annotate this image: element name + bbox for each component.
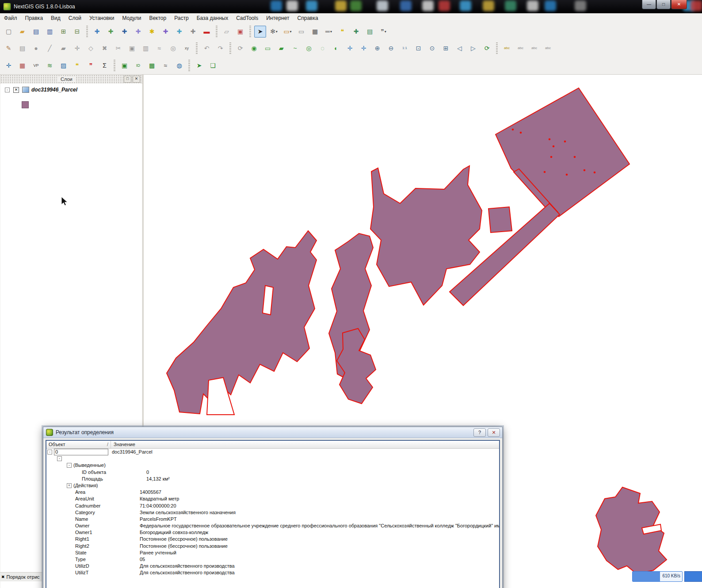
add-raster-layer-button[interactable]: ✚ xyxy=(105,26,117,38)
deselect-features-button[interactable]: ▭ xyxy=(295,26,307,38)
new-bookmark-button[interactable]: ✚ xyxy=(350,26,362,38)
db-manager-button[interactable]: ◍ xyxy=(173,60,185,72)
identify-row[interactable]: UtilizDДля сельскохозяйственного произво… xyxy=(46,563,499,569)
identify-row[interactable]: Right1Постоянное (бессрочное) пользовани… xyxy=(46,536,499,542)
capture-line-button[interactable]: ╱ xyxy=(44,42,56,54)
zoom-last-button[interactable]: ◁ xyxy=(454,42,465,54)
map-tip-red-button[interactable]: ❞ xyxy=(85,60,97,72)
open-attribute-table-button[interactable]: ▦ xyxy=(309,26,321,38)
select-single-button[interactable]: ◉ xyxy=(248,42,260,54)
identify-row[interactable]: UtilizTДля сельскохозяйственного произво… xyxy=(46,569,499,576)
composer-manager-button[interactable]: ⊟ xyxy=(71,26,83,38)
zoom-to-selection-button[interactable]: ⊙ xyxy=(426,42,438,54)
simplify-feature-button[interactable]: ≈ xyxy=(153,42,165,54)
menu-модули[interactable]: Модули xyxy=(118,14,145,23)
toolbar-grip[interactable] xyxy=(188,60,190,71)
identify-row[interactable]: - xyxy=(46,455,499,462)
identify-row[interactable]: -(Выведенные) xyxy=(46,462,499,469)
identify-row[interactable]: +(Действия) xyxy=(46,482,499,489)
interpolation-button[interactable]: ≋ xyxy=(44,60,56,72)
save-edits-button[interactable]: ▤ xyxy=(16,42,28,54)
zoom-in-button[interactable]: ⊕ xyxy=(371,42,383,54)
identify-row[interactable]: -0doc319946_Parcel xyxy=(46,449,499,455)
layer-item[interactable]: - ✕ doc319946_Parcel xyxy=(0,84,142,94)
zoom-full-button[interactable]: ⊡ xyxy=(412,42,424,54)
parcel-north-east[interactable] xyxy=(496,88,630,217)
coordinate-capture-button[interactable]: ✛ xyxy=(3,60,15,72)
select-features-button[interactable]: ▭▾ xyxy=(282,26,294,38)
toolbar-grip[interactable] xyxy=(196,42,198,54)
column-header-object[interactable]: Объект / xyxy=(46,441,111,448)
pan-map-button[interactable]: ✛ xyxy=(344,42,356,54)
draw-order-panel-header[interactable]: ✖ Порядок отрис xyxy=(0,572,42,581)
identify-row[interactable]: OwnerФедеральное государственное образов… xyxy=(46,523,499,529)
toolbar-grip[interactable] xyxy=(114,60,115,71)
zoom-next-button[interactable]: ▷ xyxy=(467,42,479,54)
help-button[interactable]: ? xyxy=(473,428,486,437)
add-postgis-layer-button[interactable]: ✚ xyxy=(118,26,130,38)
delete-selected-button[interactable]: ✖ xyxy=(99,42,111,54)
node-tool-button[interactable]: ◇ xyxy=(85,42,97,54)
raster-terrain-button[interactable]: ▨ xyxy=(57,60,69,72)
window-titlebar[interactable]: NextGIS GIS 1.8.0-Lisboa —□✕ xyxy=(0,0,702,13)
deselect-all-button[interactable]: ◌ xyxy=(317,42,328,54)
pan-to-selection-button[interactable]: ✛ xyxy=(358,42,370,54)
toggle-editing-button[interactable]: ✎ xyxy=(3,42,15,54)
vp-tool-button[interactable]: VP xyxy=(30,60,42,72)
dropdown-arrow-icon[interactable]: ▾ xyxy=(290,30,292,34)
identify-row[interactable]: Area14005567 xyxy=(46,489,499,496)
close-button[interactable]: ✕ xyxy=(488,428,500,437)
menu-правка[interactable]: Правка xyxy=(21,14,47,23)
remove-layer-button[interactable]: ▬ xyxy=(201,26,213,38)
save-project-as-button[interactable]: ▥ xyxy=(44,26,56,38)
identify-row[interactable]: CategoryЗемли сельскохозяйственного назн… xyxy=(46,509,499,516)
xy-tool-button[interactable]: xy xyxy=(181,42,193,54)
menu-база-данных[interactable]: База данных xyxy=(193,14,232,23)
move-feature-button[interactable]: ✛ xyxy=(71,42,83,54)
text-annotation-button[interactable]: ❞▾ xyxy=(378,26,389,38)
identify-dialog-titlebar[interactable]: Результат определения ? ✕ xyxy=(43,427,502,438)
delete-ring-button[interactable]: ◎ xyxy=(167,42,179,54)
dropdown-arrow-icon[interactable]: ▾ xyxy=(330,30,332,34)
layer-name[interactable]: doc319946_Parcel xyxy=(31,87,77,93)
qtiles-button[interactable]: ➤ xyxy=(193,60,205,72)
tree-expander-icon[interactable]: - xyxy=(57,456,62,461)
cut-features-button[interactable]: ✂ xyxy=(112,42,124,54)
raster-preview-button[interactable]: ▩ xyxy=(146,60,158,72)
add-wfs-layer-button[interactable]: ✚ xyxy=(173,26,185,38)
select-radius-button[interactable]: ◎ xyxy=(303,42,315,54)
identify-row[interactable]: Cadnumber71:04:000000:20 xyxy=(46,503,499,509)
add-delimited-text-button[interactable]: ✚ xyxy=(187,26,199,38)
measure-button[interactable]: ═▾ xyxy=(323,26,335,38)
paste-features-button[interactable]: ▥ xyxy=(140,42,152,54)
select-polygon-button[interactable]: ▰ xyxy=(275,42,287,54)
nextgis-connect-button[interactable]: ▣ xyxy=(118,60,130,72)
identify-row[interactable]: Type05 xyxy=(46,556,499,563)
panel-float-button[interactable]: □ xyxy=(124,76,131,83)
label-pinned-button[interactable]: abc xyxy=(542,42,554,54)
new-shapefile-layer-button[interactable]: ✱ xyxy=(146,26,158,38)
select-rectangle-button[interactable]: ▭ xyxy=(262,42,274,54)
parcel-lower-blob[interactable] xyxy=(337,328,376,404)
layers-panel-header[interactable]: Слои □✕ xyxy=(0,74,142,84)
menu-cadtools[interactable]: CadTools xyxy=(232,14,262,23)
dropdown-arrow-icon[interactable]: ▾ xyxy=(385,30,386,34)
identify-row[interactable]: StateРанее учтенный xyxy=(46,550,499,556)
map-tips-button[interactable]: ❝ xyxy=(336,26,348,38)
add-vector-layer-button[interactable]: ✚ xyxy=(91,26,103,38)
select-freehand-button[interactable]: ~ xyxy=(289,42,301,54)
toolbar-grip[interactable] xyxy=(86,26,88,37)
copy-features-button[interactable]: ▣ xyxy=(126,42,138,54)
toolbar-grip[interactable] xyxy=(496,42,498,54)
add-spatialite-layer-button[interactable]: ✚ xyxy=(132,26,144,38)
label-rotated-button[interactable]: abc xyxy=(528,42,540,54)
toolbar-grip[interactable] xyxy=(229,42,231,54)
redo-button[interactable]: ↷ xyxy=(214,42,226,54)
reshape-button[interactable]: ⟳ xyxy=(234,42,246,54)
dxf2shp-button[interactable]: ▦ xyxy=(16,60,28,72)
map-settings-button[interactable]: ✻▾ xyxy=(268,26,280,38)
statistics-button[interactable]: Σ xyxy=(99,60,111,72)
zoom-out-button[interactable]: ⊖ xyxy=(385,42,397,54)
labeling-button[interactable]: abc xyxy=(501,42,513,54)
label-moved-button[interactable]: abc xyxy=(515,42,526,54)
